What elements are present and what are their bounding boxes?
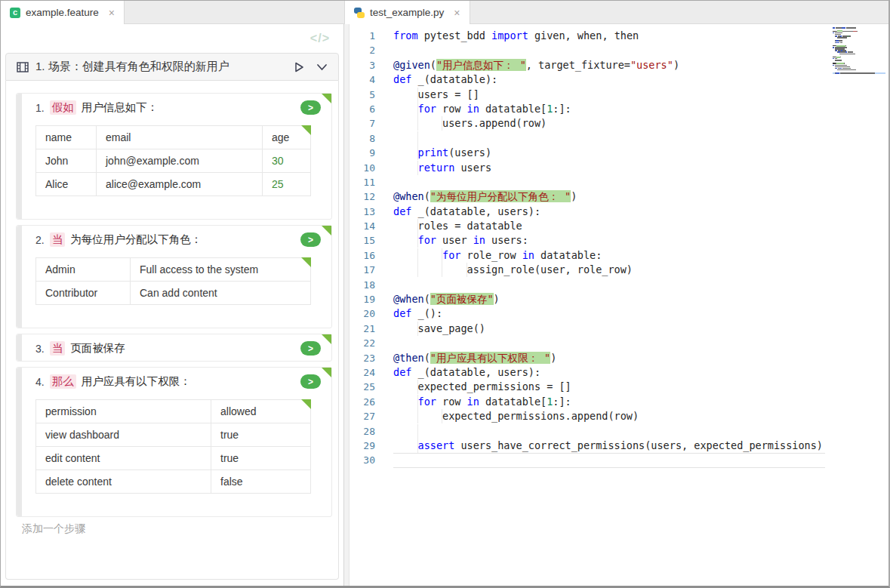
step-keyword-chip[interactable]: 当: [50, 232, 66, 247]
line-number[interactable]: 12: [350, 189, 393, 204]
step-text[interactable]: 用户应具有以下权限：: [82, 374, 191, 389]
code-text[interactable]: [393, 453, 825, 467]
minimap[interactable]: [830, 26, 887, 77]
line-number[interactable]: 6: [350, 102, 393, 116]
line-number[interactable]: 27: [350, 409, 393, 423]
line-number[interactable]: 7: [350, 116, 393, 131]
code-text[interactable]: for user in users:: [393, 233, 825, 248]
step-drag-handle[interactable]: [17, 94, 22, 219]
code-text[interactable]: @given("用户信息如下： ", target_fixture="users…: [393, 58, 825, 72]
code-text[interactable]: roles = datatable: [393, 219, 825, 233]
line-number[interactable]: 11: [350, 175, 393, 189]
line-number[interactable]: 20: [350, 306, 393, 321]
line-number[interactable]: 25: [350, 380, 393, 394]
code-text[interactable]: def _(datatable, users):: [393, 365, 825, 380]
python-editor[interactable]: 1from pytest_bdd import given, when, the…: [350, 24, 888, 586]
code-text[interactable]: users = []: [393, 88, 825, 102]
line-number[interactable]: 15: [350, 233, 393, 248]
code-text[interactable]: from pytest_bdd import given, when, then: [393, 29, 825, 43]
table-cell[interactable]: Full access to the system: [131, 258, 311, 282]
step-keyword-chip[interactable]: 假如: [50, 100, 76, 115]
code-text[interactable]: users.append(row): [393, 116, 825, 131]
step-keyword-chip[interactable]: 那么: [50, 374, 76, 389]
code-text[interactable]: @when("为每位用户分配以下角色： "): [393, 189, 825, 204]
code-text[interactable]: save_page(): [393, 322, 825, 336]
code-text[interactable]: [393, 43, 825, 57]
panel-splitter[interactable]: [344, 24, 350, 586]
line-number[interactable]: 22: [350, 336, 393, 350]
table-cell[interactable]: edit content: [36, 447, 211, 470]
code-text[interactable]: return users: [393, 161, 825, 175]
line-number[interactable]: 13: [350, 205, 393, 219]
code-text[interactable]: [393, 131, 825, 146]
code-text[interactable]: @when("页面被保存"): [393, 292, 825, 306]
table-cell[interactable]: false: [211, 470, 311, 494]
code-text[interactable]: expected_permissions.append(row): [393, 409, 825, 423]
line-number[interactable]: 9: [350, 146, 393, 160]
run-step-button[interactable]: >: [300, 232, 321, 247]
step-keyword-chip[interactable]: 当: [50, 341, 66, 356]
code-text[interactable]: [393, 424, 825, 439]
code-text[interactable]: for row in datatable[1:]:: [393, 395, 825, 409]
table-cell[interactable]: name: [36, 126, 97, 149]
collapse-chevron-icon[interactable]: [316, 63, 328, 71]
line-number[interactable]: 18: [350, 278, 393, 292]
line-number[interactable]: 4: [350, 72, 393, 87]
line-number[interactable]: 19: [350, 292, 393, 306]
line-number[interactable]: 21: [350, 322, 393, 336]
table-cell[interactable]: true: [211, 423, 311, 447]
line-number[interactable]: 2: [350, 43, 393, 57]
line-number[interactable]: 28: [350, 424, 393, 439]
table-cell[interactable]: delete content: [36, 470, 211, 494]
close-tab-icon[interactable]: ×: [454, 8, 460, 18]
code-text[interactable]: [393, 336, 825, 350]
run-scenario-button[interactable]: [293, 61, 305, 73]
table-cell[interactable]: 30: [263, 149, 311, 173]
line-number[interactable]: 29: [350, 439, 393, 453]
code-text[interactable]: assert users_have_correct_permissions(us…: [393, 439, 825, 453]
table-cell[interactable]: permission: [36, 400, 211, 423]
code-text[interactable]: assign_role(user, role_row): [393, 263, 825, 277]
line-number[interactable]: 3: [350, 58, 393, 72]
add-step-placeholder[interactable]: 添加一个步骤: [22, 522, 332, 536]
scenario-header[interactable]: 1. 场景：创建具有角色和权限的新用户: [5, 53, 339, 81]
tab-test-example-py[interactable]: test_example.py ×: [345, 1, 470, 24]
table-cell[interactable]: alice@example.com: [97, 173, 263, 196]
code-text[interactable]: for row in datatable[1:]:: [393, 102, 825, 116]
step-text[interactable]: 页面被保存: [70, 341, 125, 356]
run-step-button[interactable]: >: [300, 100, 321, 115]
line-number[interactable]: 8: [350, 131, 393, 146]
line-number[interactable]: 17: [350, 263, 393, 277]
step-drag-handle[interactable]: [17, 226, 22, 328]
line-number[interactable]: 30: [350, 453, 393, 467]
code-text[interactable]: print(users): [393, 146, 825, 160]
code-text[interactable]: def _():: [393, 306, 825, 321]
run-step-button[interactable]: >: [300, 374, 321, 389]
code-text[interactable]: expected_permissions = []: [393, 380, 825, 394]
table-cell[interactable]: true: [211, 447, 311, 470]
line-number[interactable]: 1: [350, 29, 393, 43]
close-tab-icon[interactable]: ×: [109, 8, 115, 18]
table-cell[interactable]: Alice: [36, 173, 97, 196]
table-cell[interactable]: Admin: [36, 258, 131, 282]
code-text[interactable]: def _(datatable, users):: [393, 205, 825, 219]
code-text[interactable]: def _(datatable):: [393, 72, 825, 87]
table-cell[interactable]: John: [36, 149, 97, 173]
table-cell[interactable]: allowed: [211, 400, 311, 423]
table-cell[interactable]: view dashboard: [36, 423, 211, 447]
code-text[interactable]: @then("用户应具有以下权限： "): [393, 351, 825, 365]
tab-example-feature[interactable]: c example.feature ×: [1, 1, 125, 24]
code-text[interactable]: for role_row in datatable:: [393, 248, 825, 263]
step-drag-handle[interactable]: [17, 334, 22, 361]
table-cell[interactable]: Can add content: [131, 282, 311, 305]
line-number[interactable]: 24: [350, 365, 393, 380]
line-number[interactable]: 14: [350, 219, 393, 233]
step-drag-handle[interactable]: [17, 368, 22, 516]
line-number[interactable]: 5: [350, 88, 393, 102]
code-text[interactable]: [393, 278, 825, 292]
table-cell[interactable]: email: [97, 126, 263, 149]
code-text[interactable]: [393, 175, 825, 189]
code-view-toggle-icon[interactable]: </>: [310, 32, 330, 45]
line-number[interactable]: 26: [350, 395, 393, 409]
run-step-button[interactable]: >: [300, 341, 321, 356]
